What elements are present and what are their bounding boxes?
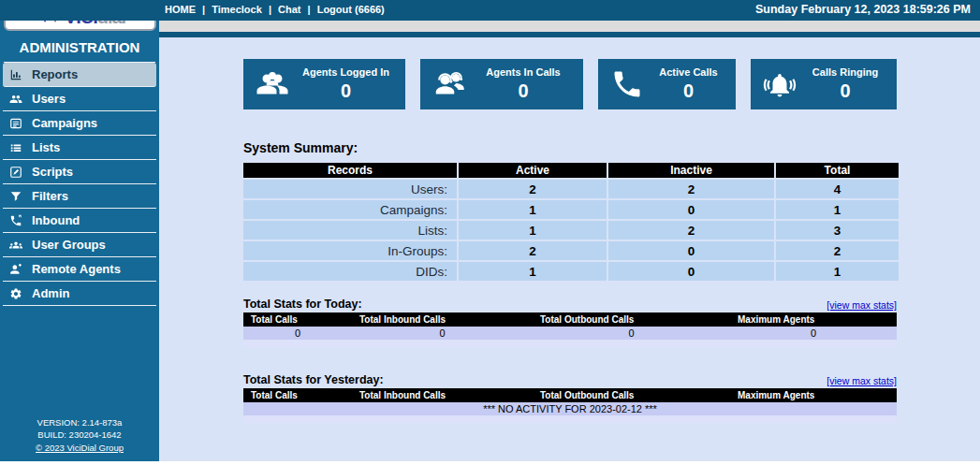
no-activity-message: *** NO ACTIVITY FOR 2023-02-12 *** (243, 402, 897, 415)
blue-strip (159, 32, 980, 37)
bell-ringing-icon (758, 67, 801, 101)
users-icon (8, 93, 23, 106)
sidebar-item-label: Admin (32, 286, 69, 300)
stats-spacer-row (243, 415, 897, 423)
sidebar-item-admin[interactable]: Admin (3, 282, 156, 306)
remote-agents-icon (8, 263, 23, 276)
sidebar-menu: Reports Users Campaigns Lists Scripts (0, 63, 159, 306)
record-total: 2 (776, 241, 899, 260)
nav-logout-link[interactable]: Logout (6666) (317, 4, 385, 15)
filters-icon (8, 190, 23, 203)
sidebar-item-campaigns[interactable]: Campaigns (3, 111, 156, 136)
record-inactive: 0 (608, 262, 774, 281)
record-active: 2 (459, 180, 607, 198)
sidebar-item-user-groups[interactable]: User Groups (3, 233, 156, 257)
stat-box-label: Agents In Calls (471, 66, 576, 78)
stat-box-label: Active Calls (649, 66, 728, 78)
sidebar-item-label: User Groups (32, 238, 106, 252)
table-row: 0 0 0 0 (243, 327, 897, 340)
inbound-phone-icon (8, 214, 23, 227)
record-total: 1 (776, 200, 899, 219)
record-label: Users: (243, 180, 457, 198)
record-active: 2 (459, 241, 607, 260)
record-active: 1 (459, 262, 607, 281)
today-view-max-stats-link[interactable]: [view max stats] (826, 299, 897, 311)
record-inactive: 2 (608, 180, 774, 198)
sidebar-title: ADMINISTRATION (4, 39, 155, 63)
stats-spacer-row (243, 340, 897, 347)
table-row: Users: 2 2 4 (243, 180, 899, 198)
nav-separator: | (308, 4, 311, 15)
nav-home-link[interactable]: HOME (165, 4, 196, 15)
user-groups-icon (8, 239, 23, 252)
scripts-icon (8, 166, 23, 179)
record-inactive: 2 (608, 221, 774, 240)
table-row: *** NO ACTIVITY FOR 2023-02-12 *** (243, 402, 897, 415)
reports-icon (8, 68, 23, 81)
today-stats-header: Total Stats for Today: [view max stats] (243, 298, 897, 311)
record-label: Lists: (243, 221, 457, 240)
record-label: Campaigns: (243, 200, 457, 219)
sidebar-item-scripts[interactable]: Scripts (3, 160, 156, 184)
header-bar: HOME | Timeclock | Chat | Logout (6666) … (0, 0, 980, 21)
record-total: 3 (776, 221, 899, 240)
lists-icon (8, 141, 23, 154)
stat-value-cell: 0 (533, 327, 730, 340)
yesterday-view-max-stats-link[interactable]: [view max stats] (826, 375, 897, 386)
stat-box-value: 0 (649, 80, 728, 102)
record-total: 4 (776, 180, 899, 198)
record-inactive: 0 (608, 200, 774, 219)
sidebar-item-label: Scripts (32, 165, 73, 179)
column-header: Total Calls (243, 388, 352, 402)
record-active: 1 (459, 221, 607, 240)
nav-chat-link[interactable]: Chat (278, 4, 300, 15)
sidebar-item-lists[interactable]: Lists (3, 136, 156, 160)
sidebar-item-filters[interactable]: Filters (3, 184, 156, 209)
column-header: Total (776, 163, 899, 178)
sidebar-item-reports[interactable]: Reports (3, 63, 156, 87)
record-label: DIDs: (243, 262, 457, 281)
stat-box-active-calls: Active Calls 0 (598, 59, 736, 109)
yesterday-stats-title: Total Stats for Yesterday: (243, 373, 384, 386)
build-text: BUILD: 230204-1642 (0, 429, 159, 441)
sidebar-item-label: Remote Agents (32, 262, 121, 276)
stat-box-value: 0 (294, 80, 398, 102)
table-header-row: Total Calls Total Inbound Calls Total Ou… (243, 312, 897, 327)
copyright-link[interactable]: © 2023 ViciDial Group (36, 443, 124, 453)
stat-box-label: Agents Logged In (294, 66, 398, 78)
sidebar-item-label: Filters (32, 189, 68, 203)
table-row: Campaigns: 1 0 1 (243, 200, 899, 219)
sidebar-item-users[interactable]: Users (3, 87, 156, 111)
table-header-row: Total Calls Total Inbound Calls Total Ou… (243, 388, 897, 402)
record-active: 1 (459, 200, 607, 219)
gray-strip (159, 21, 980, 32)
nav-timeclock-link[interactable]: Timeclock (212, 4, 262, 15)
top-navigation: HOME | Timeclock | Chat | Logout (6666) (165, 4, 385, 15)
stat-box-calls-ringing: Calls Ringing 0 (751, 59, 897, 109)
column-header: Maximum Agents (730, 388, 897, 402)
stat-value-cell: 0 (352, 327, 533, 340)
sidebar-item-remote-agents[interactable]: Remote Agents (3, 257, 156, 282)
record-inactive: 0 (608, 241, 774, 260)
sidebar-item-inbound[interactable]: Inbound (3, 209, 156, 233)
campaigns-icon (8, 117, 23, 130)
system-summary-title: System Summary: (243, 140, 897, 155)
admin-sidebar: VICIdial ADMINISTRATION Reports Users Ca… (0, 0, 159, 461)
column-header: Total Calls (243, 312, 352, 327)
phone-handset-icon (606, 67, 649, 101)
table-row: Lists: 1 2 3 (243, 221, 899, 240)
sidebar-item-label: Lists (32, 140, 60, 154)
column-header: Total Outbound Calls (533, 312, 730, 327)
stat-box-agents-in-calls: Agents In Calls 0 (420, 59, 583, 109)
table-row: In-Groups: 2 0 2 (243, 241, 899, 260)
column-header: Total Inbound Calls (352, 388, 533, 402)
stat-box-value: 0 (801, 80, 889, 102)
agents-in-calls-icon (428, 67, 471, 101)
sidebar-item-label: Inbound (32, 213, 80, 227)
record-label: In-Groups: (243, 241, 457, 260)
datetime-display: Sunday February 12, 2023 18:59:26 PM (755, 3, 971, 16)
column-header: Total Inbound Calls (352, 312, 533, 327)
version-text: VERSION: 2.14-873a (0, 416, 159, 429)
main-content: Agents Logged In 0 Agents In Calls 0 A (159, 37, 980, 461)
stat-box-value: 0 (471, 80, 576, 102)
